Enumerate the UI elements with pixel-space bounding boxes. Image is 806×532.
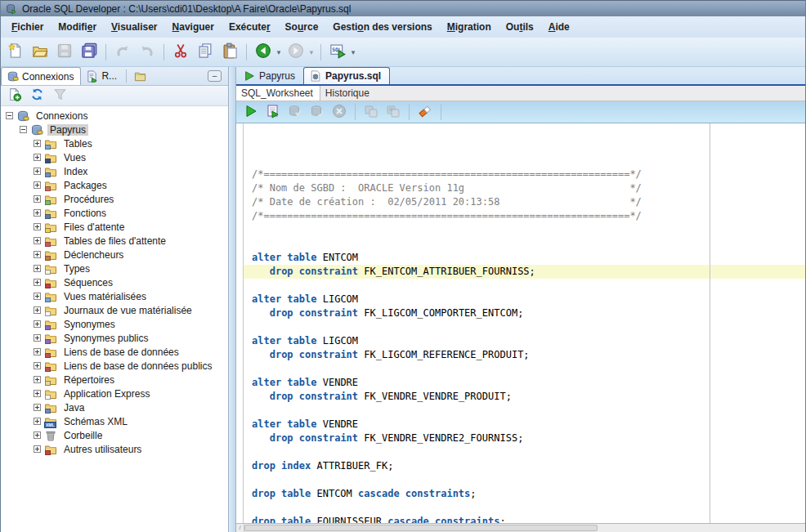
tab-papyrus-sql[interactable]: Papyrus.sql [303, 67, 390, 84]
tree-item-application-express[interactable]: Application Express [1, 387, 228, 400]
plus-expander-icon[interactable] [34, 334, 41, 342]
explain-plan-button[interactable] [383, 103, 403, 121]
tree-item-proc-dures[interactable]: Procédures [1, 192, 228, 206]
tree-item-liens-de-base-de-donn-es[interactable]: Liens de base de données [1, 345, 228, 359]
plus-expander-icon[interactable] [34, 445, 41, 453]
plus-expander-icon[interactable] [34, 154, 41, 161]
open-folder-button[interactable] [29, 41, 51, 64]
minus-expander-icon[interactable] [20, 126, 27, 133]
tree-item-tables-de-files-d-attente[interactable]: Tables de files d'attente [1, 234, 228, 248]
menu-visualiser[interactable]: Visualiser [104, 19, 165, 35]
save-all-button[interactable] [78, 41, 101, 64]
plus-expander-icon[interactable] [34, 223, 41, 230]
menu-outils[interactable]: Outils [499, 19, 541, 35]
tree-item-connexions[interactable]: Connexions [1, 109, 228, 123]
plus-expander-icon[interactable] [34, 418, 41, 425]
menu-ex-cuter[interactable]: Exécuter [222, 19, 278, 35]
menu-gestion-des-versions[interactable]: Gestion des versions [325, 19, 439, 35]
plus-expander-icon[interactable] [34, 265, 41, 272]
tree-item-corbeille[interactable]: Corbeille [1, 428, 228, 442]
plus-expander-icon[interactable] [34, 181, 41, 189]
tree-item-types[interactable]: Types [1, 262, 228, 275]
panel-splitter[interactable] [229, 67, 235, 532]
tree-item-autres-utilisateurs[interactable]: Autres utilisateurs [1, 442, 228, 456]
filter-button[interactable] [51, 87, 69, 105]
new-file-button[interactable] [4, 41, 27, 64]
plus-expander-icon[interactable] [34, 168, 41, 175]
tree-item-synonymes[interactable]: Synonymes [1, 317, 228, 331]
tree-item-r-pertoires[interactable]: Répertoires [1, 373, 228, 387]
add-connection-button[interactable] [5, 87, 23, 105]
plus-expander-icon[interactable] [34, 293, 41, 300]
plus-expander-icon[interactable] [34, 195, 41, 203]
tree-item-synonymes-publics[interactable]: Synonymes publics [1, 331, 228, 345]
forward-button[interactable] [284, 41, 307, 64]
rollback-button[interactable] [307, 103, 327, 121]
back-dropdown[interactable]: ▾ [275, 48, 283, 56]
menu-migration[interactable]: Migration [440, 19, 499, 35]
plus-expander-icon[interactable] [34, 209, 41, 217]
refresh-button[interactable] [28, 87, 46, 105]
undo-button[interactable] [111, 41, 134, 64]
menu-source[interactable]: Source [278, 19, 326, 35]
horizontal-scrollbar[interactable]: / [236, 523, 805, 532]
tab-fichiers[interactable] [129, 67, 153, 85]
plus-expander-icon[interactable] [34, 279, 41, 286]
plus-expander-icon[interactable] [34, 306, 41, 314]
plus-expander-icon[interactable] [34, 140, 41, 147]
plus-expander-icon[interactable] [34, 362, 41, 369]
minus-expander-icon[interactable] [6, 112, 13, 119]
back-button[interactable] [252, 41, 275, 64]
tree-item-java[interactable]: Java [1, 400, 228, 414]
plus-expander-icon[interactable] [34, 251, 41, 258]
cancel-button[interactable] [329, 103, 349, 121]
panel-minimize-button[interactable]: – [208, 70, 222, 82]
redo-button[interactable] [136, 41, 159, 64]
plus-expander-icon[interactable] [34, 404, 41, 411]
tree-item-liens-de-base-de-donn-es-publics[interactable]: Liens de base de données publics [1, 359, 228, 373]
run-script-button[interactable] [263, 103, 283, 121]
menu-fichier[interactable]: Fichier [4, 19, 51, 35]
copy-button[interactable] [194, 41, 217, 64]
tab-papyrus[interactable]: Papyrus [238, 67, 303, 84]
menu-modifier[interactable]: Modifier [51, 19, 104, 35]
plus-expander-icon[interactable] [34, 390, 41, 397]
sql-worksheet-button[interactable]: SQL [326, 41, 349, 64]
tree-item-index[interactable]: Index [1, 164, 228, 178]
code-area[interactable]: /*======================================… [244, 123, 805, 523]
menu-aide[interactable]: Aide [541, 19, 577, 35]
tree-item-packages[interactable]: Packages [1, 178, 228, 192]
menu-naviguer[interactable]: Naviguer [165, 19, 222, 35]
tab-rapports[interactable]: R... [81, 67, 123, 85]
subtab-sql-worksheet[interactable]: SQL_Worksheet [236, 86, 320, 101]
tree-item-tables[interactable]: Tables [1, 136, 228, 150]
tree-item-journaux-de-vue-mat-rialis-e[interactable]: Journaux de vue matérialisée [1, 303, 228, 317]
tree-item-papyrus[interactable]: Papyrus [1, 123, 228, 136]
cut-button[interactable] [169, 41, 192, 64]
tab-connexions[interactable]: Connexions [1, 67, 81, 85]
plus-expander-icon[interactable] [34, 348, 41, 355]
subtab-historique[interactable]: Historique [320, 86, 376, 101]
sql-worksheet-dropdown[interactable]: ▾ [349, 48, 357, 56]
plus-expander-icon[interactable] [34, 320, 41, 328]
tree-item-files-d-attente[interactable]: Files d'attente [1, 220, 228, 234]
paste-button[interactable] [218, 41, 241, 64]
run-statement-button[interactable] [241, 103, 261, 121]
scrollbar-thumb[interactable] [244, 525, 598, 531]
tree-item-vues[interactable]: Vues [1, 150, 228, 164]
plus-expander-icon[interactable] [34, 376, 41, 383]
plus-expander-icon[interactable] [34, 237, 41, 244]
monitor-button[interactable] [361, 103, 381, 121]
commit-button[interactable] [285, 103, 305, 121]
save-button[interactable] [53, 41, 76, 64]
tree-item-vues-mat-rialis-es[interactable]: Vues matérialisées [1, 289, 228, 303]
sql-editor[interactable]: /*======================================… [236, 123, 805, 523]
plus-expander-icon[interactable] [34, 431, 41, 439]
tree-item-d-clencheurs[interactable]: Déclencheurs [1, 248, 228, 262]
titlebar[interactable]: Oracle SQL Developer : C:\Users\cdi01\De… [1, 0, 805, 16]
forward-dropdown[interactable]: ▾ [307, 48, 316, 56]
tree-item-fonctions[interactable]: Fonctions [1, 206, 228, 220]
tree-item-s-quences[interactable]: Séquences [1, 275, 228, 289]
tree-item-sch-mas-xml[interactable]: XMLSchémas XML [1, 414, 228, 428]
clear-button[interactable] [415, 103, 435, 121]
